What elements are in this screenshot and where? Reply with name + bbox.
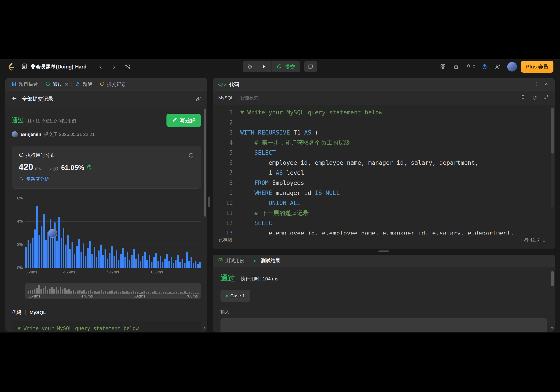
info-icon[interactable] — [188, 152, 194, 158]
write-solution-label: 写题解 — [180, 117, 195, 124]
editor-scrollbar-thumb[interactable] — [551, 108, 554, 154]
editor-title: 代码 — [229, 81, 239, 88]
shuffle-button[interactable] — [122, 61, 133, 72]
chart-plot-area[interactable] — [25, 198, 201, 268]
case-status-dot — [226, 295, 228, 297]
write-solution-button[interactable]: 写题解 — [167, 114, 201, 127]
scroll-down-arrow[interactable]: ▼ — [203, 326, 206, 330]
timer-button[interactable] — [479, 61, 490, 72]
brush-bar — [120, 291, 121, 293]
plus-membership-button[interactable]: Plus 会员 — [521, 61, 553, 73]
tab-testcase[interactable]: 测试用例 — [218, 257, 245, 264]
settings-button[interactable]: ⚙ — [450, 61, 462, 72]
code-line: WITH RECURSIVE T1 AS ( — [240, 128, 514, 138]
histogram-bar — [96, 257, 97, 268]
brush-bar — [126, 291, 128, 293]
chart-range-brush[interactable]: 364ms 478ms 592ms 706ms — [25, 283, 201, 299]
histogram-bar — [184, 263, 186, 268]
histogram-bar — [162, 262, 163, 268]
bookmark-icon[interactable] — [520, 95, 526, 101]
tab-result[interactable]: 通过 × — [43, 78, 70, 90]
add-friend-button[interactable] — [492, 61, 503, 72]
histogram-bar — [138, 254, 139, 268]
brush-bar — [81, 291, 83, 293]
code-line: # 第一步，递归获取各个员工的层级 — [240, 138, 514, 148]
run-button[interactable] — [257, 61, 271, 72]
problem-list-title-group[interactable]: 非会员题单(Doing)-Hard — [21, 63, 87, 70]
prev-problem-button[interactable] — [95, 61, 106, 72]
smart-mode-toggle[interactable]: 智能模式 — [240, 95, 259, 101]
my-submission-marker[interactable] — [48, 229, 57, 238]
tab-divider — [41, 82, 42, 87]
brush-bar — [152, 292, 154, 293]
next-problem-button[interactable] — [109, 61, 120, 72]
brush-bar — [62, 289, 63, 293]
submit-button[interactable]: 提交 — [271, 61, 300, 72]
brush-bar — [197, 293, 199, 293]
histogram-bar — [45, 240, 47, 268]
histogram-bar — [116, 251, 117, 268]
histogram-bar — [120, 254, 122, 268]
code-editor-area[interactable]: 12345678910111213 # Write your MySQL que… — [213, 105, 555, 234]
histogram-bar — [91, 254, 93, 268]
histogram-bar — [32, 238, 33, 268]
brush-bar — [182, 293, 184, 293]
code-content[interactable]: # Write your MySQL query statement below… — [233, 107, 514, 234]
histogram-bar — [28, 240, 29, 268]
fullscreen-icon[interactable] — [532, 81, 538, 88]
histogram-bar — [181, 259, 183, 268]
y-tick: 6% — [17, 196, 23, 201]
run-submit-group: 提交 — [243, 61, 317, 72]
terminal-icon: >_ — [253, 258, 259, 263]
tab-label: 测试用例 — [225, 257, 245, 264]
submission-subheader: 全部提交记录 — [5, 91, 207, 107]
brush-bar — [143, 291, 145, 293]
tab-description[interactable]: 题目描述 — [9, 78, 40, 90]
language-selector[interactable]: MySQL — [218, 95, 234, 101]
brush-bar — [75, 291, 76, 293]
histogram-bar — [113, 256, 115, 268]
brush-tick: 364ms — [29, 294, 40, 299]
tab-test-result[interactable]: >_ 测试结果 — [253, 257, 280, 264]
layout-grid-button[interactable] — [437, 61, 449, 72]
daily-streak[interactable]: 0 — [463, 63, 477, 70]
case-1-chip[interactable]: Case 1 — [220, 290, 250, 302]
gear-icon: ⚙ — [453, 63, 459, 71]
panel-resize-handle-vertical[interactable] — [208, 196, 210, 207]
notes-button[interactable] — [304, 61, 317, 72]
leetcode-logo[interactable] — [7, 62, 15, 71]
close-tab-icon[interactable]: × — [65, 81, 68, 88]
brush-bar — [88, 291, 89, 293]
scroll-down-arrow[interactable]: ▼ — [550, 326, 554, 330]
tab-solutions[interactable]: 题解 — [73, 78, 94, 90]
left-panel-scrollbar-thumb[interactable] — [204, 109, 206, 217]
reset-code-icon[interactable]: ↺ — [532, 94, 537, 101]
refresh-green-icon — [45, 81, 50, 88]
code-line: e.employee_id, e.employee_name, e.manage… — [240, 228, 514, 234]
expand-editor-icon[interactable] — [544, 95, 549, 101]
brush-bar — [45, 286, 46, 293]
brush-bar — [184, 291, 186, 293]
histogram-bar — [39, 235, 40, 268]
runtime-unit: ms — [35, 166, 41, 171]
debug-button[interactable] — [243, 61, 257, 72]
panel-resize-handle-horizontal[interactable] — [379, 251, 389, 252]
run-controls: 提交 — [243, 61, 300, 72]
collapse-panel-icon[interactable] — [544, 81, 550, 88]
brush-tick: 478ms — [81, 294, 93, 299]
runtime-value: 420 — [19, 162, 33, 172]
histogram-bar — [175, 260, 177, 268]
brush-bar — [96, 292, 98, 293]
x-tick: 638ms — [151, 270, 163, 274]
test-panel-scrollbar-thumb[interactable] — [551, 271, 554, 286]
user-avatar[interactable] — [507, 62, 517, 71]
divider — [25, 310, 26, 315]
copy-link-icon[interactable] — [196, 96, 201, 102]
saved-status: 已存储 — [219, 237, 232, 243]
histogram-bar — [100, 245, 102, 268]
tab-submissions[interactable]: 提交记录 — [97, 78, 128, 90]
back-arrow-icon[interactable] — [11, 95, 18, 102]
complexity-analysis-link[interactable]: 复杂度分析 — [19, 176, 194, 182]
brush-bar — [180, 292, 181, 293]
testcase-input-box[interactable] — [220, 318, 547, 332]
